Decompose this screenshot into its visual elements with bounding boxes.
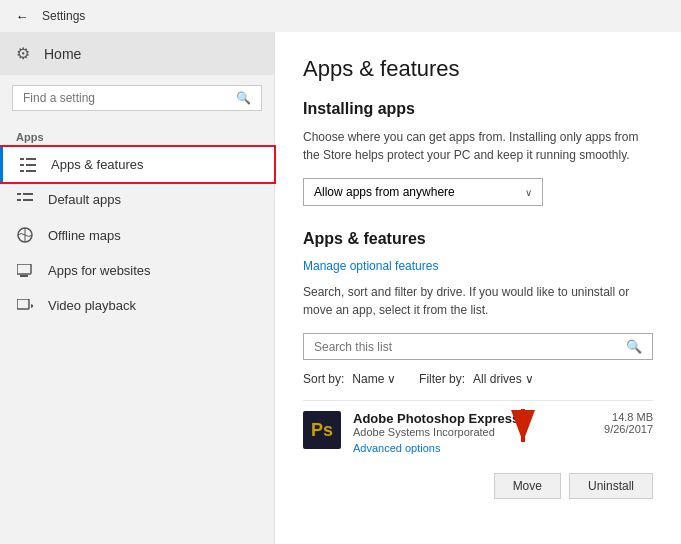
content-area: Apps & features Installing apps Choose w… bbox=[275, 32, 681, 544]
app-name: Adobe Photoshop Express bbox=[353, 411, 604, 426]
search-list-box[interactable]: 🔍 bbox=[303, 333, 653, 360]
svg-rect-14 bbox=[17, 299, 29, 309]
sidebar-search-input[interactable] bbox=[23, 91, 236, 105]
sidebar-item-label: Default apps bbox=[48, 192, 121, 207]
back-button[interactable]: ← bbox=[12, 6, 32, 26]
chevron-down-icon: ∨ bbox=[525, 187, 532, 198]
advanced-options-link[interactable]: Advanced options bbox=[353, 442, 440, 454]
svg-rect-6 bbox=[17, 193, 21, 195]
main-container: ⚙ Home 🔍 Apps Apps & features Default ap… bbox=[0, 32, 681, 544]
svg-rect-8 bbox=[17, 199, 21, 201]
move-button[interactable]: Move bbox=[494, 473, 561, 499]
svg-rect-1 bbox=[26, 158, 36, 160]
red-arrow-indicator bbox=[498, 404, 548, 457]
apps-websites-icon bbox=[16, 264, 34, 278]
app-icon: Ps bbox=[311, 420, 333, 441]
video-playback-icon bbox=[16, 299, 34, 313]
sort-dropdown[interactable]: Name ∨ bbox=[352, 372, 396, 386]
sidebar-search-icon: 🔍 bbox=[236, 91, 251, 105]
installing-description: Choose where you can get apps from. Inst… bbox=[303, 128, 653, 164]
sidebar-item-label: Apps & features bbox=[51, 157, 144, 172]
app-icon-box: Ps bbox=[303, 411, 341, 449]
title-bar: ← Settings bbox=[0, 0, 681, 32]
app-action-buttons: Move Uninstall bbox=[303, 465, 653, 499]
sort-filter-row: Sort by: Name ∨ Filter by: All drives ∨ bbox=[303, 372, 653, 386]
offline-maps-icon bbox=[16, 227, 34, 243]
sort-value: Name bbox=[352, 372, 384, 386]
sidebar: ⚙ Home 🔍 Apps Apps & features Default ap… bbox=[0, 32, 275, 544]
svg-rect-9 bbox=[23, 199, 33, 201]
default-apps-icon bbox=[16, 193, 34, 207]
svg-rect-7 bbox=[23, 193, 33, 195]
sort-label: Sort by: bbox=[303, 372, 344, 386]
sidebar-item-home[interactable]: ⚙ Home bbox=[0, 32, 274, 75]
filter-description: Search, sort and filter by drive. If you… bbox=[303, 283, 653, 319]
sidebar-item-apps-features[interactable]: Apps & features bbox=[0, 147, 274, 182]
installing-section-title: Installing apps bbox=[303, 100, 653, 118]
app-date: 9/26/2017 bbox=[604, 423, 653, 435]
filter-chevron-icon: ∨ bbox=[525, 372, 534, 386]
dropdown-value: Allow apps from anywhere bbox=[314, 185, 455, 199]
svg-rect-12 bbox=[17, 264, 31, 274]
features-section-title: Apps & features bbox=[303, 230, 653, 248]
sidebar-item-video-playback[interactable]: Video playback bbox=[0, 288, 274, 323]
app-size-date: 14.8 MB 9/26/2017 bbox=[604, 411, 653, 435]
svg-rect-5 bbox=[26, 170, 36, 172]
home-label: Home bbox=[44, 46, 81, 62]
sidebar-section-label: Apps bbox=[0, 121, 274, 147]
sort-chevron-icon: ∨ bbox=[387, 372, 396, 386]
allow-apps-dropdown[interactable]: Allow apps from anywhere ∨ bbox=[303, 178, 543, 206]
app-company: Adobe Systems Incorporated bbox=[353, 426, 604, 438]
svg-rect-4 bbox=[20, 170, 24, 172]
app-size: 14.8 MB bbox=[604, 411, 653, 423]
manage-optional-features-link[interactable]: Manage optional features bbox=[303, 259, 438, 273]
sidebar-search-box[interactable]: 🔍 bbox=[12, 85, 262, 111]
svg-marker-15 bbox=[31, 304, 33, 308]
svg-rect-3 bbox=[26, 164, 36, 166]
filter-value: All drives bbox=[473, 372, 522, 386]
sidebar-item-label: Video playback bbox=[48, 298, 136, 313]
apps-features-icon bbox=[19, 158, 37, 172]
uninstall-button[interactable]: Uninstall bbox=[569, 473, 653, 499]
app-list-item: Ps Adobe Photoshop Express Adobe Systems… bbox=[303, 400, 653, 465]
window-title: Settings bbox=[42, 9, 85, 23]
sidebar-item-label: Apps for websites bbox=[48, 263, 151, 278]
svg-rect-2 bbox=[20, 164, 24, 166]
search-list-input[interactable] bbox=[314, 340, 626, 354]
sidebar-item-apps-websites[interactable]: Apps for websites bbox=[0, 253, 274, 288]
search-list-icon: 🔍 bbox=[626, 339, 642, 354]
sidebar-item-offline-maps[interactable]: Offline maps bbox=[0, 217, 274, 253]
svg-rect-0 bbox=[20, 158, 24, 160]
filter-label: Filter by: bbox=[419, 372, 465, 386]
home-icon: ⚙ bbox=[16, 44, 30, 63]
sidebar-item-label: Offline maps bbox=[48, 228, 121, 243]
separator bbox=[404, 372, 411, 386]
sidebar-item-default-apps[interactable]: Default apps bbox=[0, 182, 274, 217]
svg-rect-13 bbox=[20, 275, 28, 277]
filter-dropdown[interactable]: All drives ∨ bbox=[473, 372, 534, 386]
page-title: Apps & features bbox=[303, 56, 653, 82]
app-info: Adobe Photoshop Express Adobe Systems In… bbox=[353, 411, 604, 455]
